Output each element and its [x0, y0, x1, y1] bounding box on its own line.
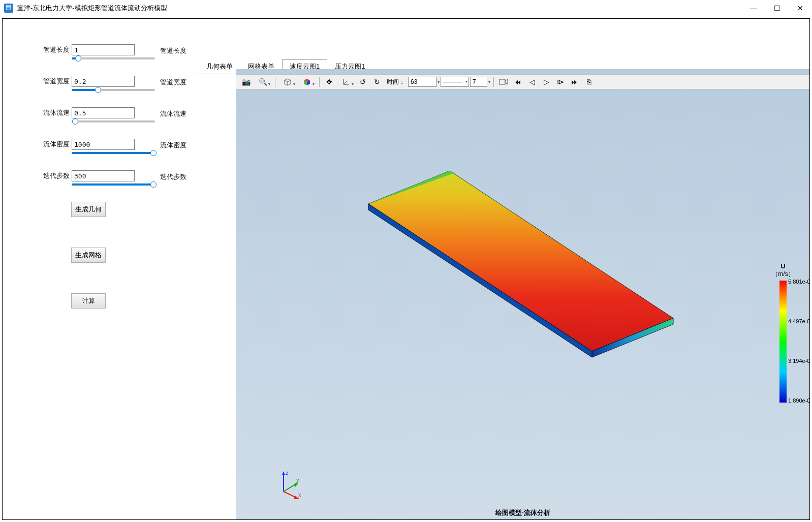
svg-marker-11 — [294, 483, 298, 487]
param-slider-4[interactable] — [72, 183, 155, 186]
last-frame-icon[interactable]: ⏭ — [568, 76, 581, 88]
close-button[interactable]: ✕ — [789, 0, 812, 16]
velocity-contour-viewport[interactable]: 📷 🔍 ✥ ↺ ↻ 时间： — [236, 69, 809, 519]
param-input-0[interactable] — [72, 44, 135, 55]
legend-unit: （m/s） — [763, 270, 803, 279]
param-label-3: 流体密度 — [43, 140, 72, 149]
param-input-2[interactable] — [72, 107, 135, 118]
param-slider-3[interactable] — [72, 152, 155, 154]
param-input-3[interactable] — [72, 139, 135, 150]
param-label-1: 管道宽度 — [43, 77, 72, 86]
app-icon — [4, 4, 13, 13]
cube-outline-icon[interactable] — [278, 76, 297, 88]
tab-0[interactable]: 几何表单 — [199, 59, 240, 74]
minimize-button[interactable]: — — [742, 0, 765, 16]
side-label-4: 迭代步数 — [160, 170, 186, 202]
svg-text:x: x — [298, 492, 301, 498]
window-title: 宣洋-东北电力大学-模拟矩形管道流体流动分析模型 — [17, 4, 167, 13]
side-label-0: 管道长度 — [160, 44, 186, 76]
calculate-button[interactable]: 计算 — [71, 293, 106, 309]
pipe-contour-plot — [297, 171, 678, 374]
param-input-1[interactable] — [72, 76, 135, 87]
viewport-toolbar: 📷 🔍 ✥ ↺ ↻ 时间： — [236, 74, 809, 89]
svg-text:y: y — [296, 477, 299, 483]
next-frame-icon[interactable]: ⧐ — [554, 76, 567, 88]
first-frame-icon[interactable]: ⏮ — [511, 76, 524, 88]
side-label-1: 管道宽度 — [160, 76, 186, 107]
zoom-icon[interactable]: 🔍 — [254, 76, 272, 88]
play-icon[interactable]: ▷ — [540, 76, 553, 88]
param-slider-1[interactable] — [72, 89, 155, 91]
axis-triad: z y x — [276, 469, 306, 499]
param-slider-2[interactable] — [72, 120, 155, 122]
svg-rect-0 — [499, 79, 505, 84]
rotate-ccw-icon[interactable]: ↺ — [356, 76, 369, 88]
frame-input[interactable] — [470, 77, 487, 87]
param-input-4[interactable] — [72, 170, 135, 181]
param-label-2: 流体流速 — [43, 108, 72, 117]
sidebar: 管道长度 管道宽度 流体流速 流体密度 迭代步数 管道长度管道宽度流体流速流体密… — [3, 19, 196, 519]
axes-icon[interactable] — [337, 76, 355, 88]
color-legend: U （m/s） 5.801e-01 4.497e-01 3.194e-01 1.… — [763, 262, 803, 403]
prev-frame-icon[interactable]: ◁ — [525, 76, 539, 88]
legend-title: U — [763, 262, 803, 270]
main-area: 几何表单网格表单速度云图1压力云图1 📷 🔍 ✥ — [196, 19, 809, 519]
generate-mesh-button[interactable]: 生成网格 — [71, 248, 106, 263]
camera-icon[interactable]: 📷 — [239, 76, 253, 88]
svg-marker-1 — [368, 171, 673, 351]
param-label-4: 迭代步数 — [43, 171, 72, 180]
time-input[interactable] — [408, 77, 436, 87]
param-label-0: 管道长度 — [43, 45, 72, 54]
rotate-cw-icon[interactable]: ↻ — [370, 76, 384, 88]
taskbar — [0, 518, 812, 522]
cube-rainbow-icon[interactable] — [298, 76, 316, 88]
record-icon[interactable] — [497, 76, 510, 88]
titlebar: 宣洋-东北电力大学-模拟矩形管道流体流动分析模型 — ☐ ✕ — [0, 0, 812, 16]
generate-geometry-button[interactable]: 生成几何 — [71, 202, 106, 217]
maximize-button[interactable]: ☐ — [765, 0, 789, 16]
fit-icon[interactable]: ✥ — [323, 76, 336, 88]
param-slider-0[interactable] — [72, 57, 155, 59]
side-label-3: 流体密度 — [160, 139, 186, 170]
side-label-2: 流体流速 — [160, 107, 186, 139]
export-icon[interactable]: ⎘ — [582, 76, 596, 88]
plot-caption: 绘图模型·流体分析 — [495, 508, 550, 517]
svg-text:z: z — [286, 470, 289, 476]
svg-marker-8 — [282, 471, 285, 475]
line-style-select[interactable] — [441, 77, 469, 87]
time-label: 时间： — [387, 78, 405, 86]
